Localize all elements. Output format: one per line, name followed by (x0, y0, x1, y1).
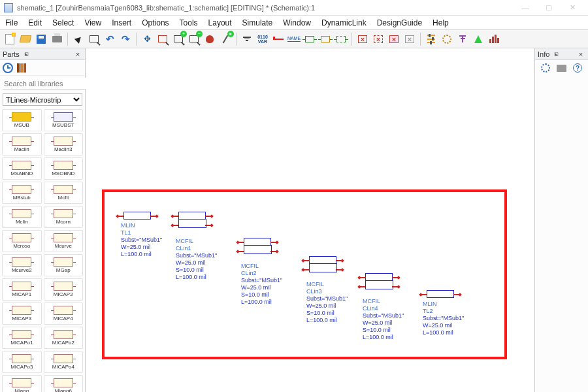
part-label: Maclin3 (54, 146, 73, 152)
toolbar: ↶ ↷ ✥ + − ▸ 0110VAR NAME × × × × (0, 30, 588, 48)
zoom-in-button[interactable]: + (171, 32, 186, 46)
var-button[interactable]: 0110VAR (255, 32, 270, 46)
part-micapo2[interactable]: MICAPo2 (44, 327, 84, 349)
part-mcurve2[interactable]: Mcurve2 (2, 254, 42, 276)
print-icon[interactable] (557, 65, 566, 72)
component-tl2[interactable]: MLINTL2Subst="MSub1"W=25.0 milL=100.0 mi… (427, 290, 454, 298)
part-glyph-icon (12, 257, 31, 267)
deactivate-d-button[interactable]: × (402, 32, 417, 46)
move-button[interactable]: ✥ (140, 32, 154, 46)
menu-layout[interactable]: Layout (203, 16, 237, 29)
part-mgap[interactable]: MGap (44, 254, 84, 276)
part-msubst[interactable]: MSUBST (44, 109, 84, 131)
library-select[interactable]: TLines-Microstrip (3, 93, 82, 106)
component-label: MCFILCLin3Subst="MSub1"W=25.0 milS=10.0 … (306, 281, 348, 324)
gear-icon[interactable] (541, 63, 550, 73)
part-mcroso[interactable]: Mcroso (2, 230, 42, 252)
wire-button[interactable] (271, 32, 286, 46)
results-button[interactable] (487, 32, 501, 46)
close-button[interactable]: ✕ (561, 1, 584, 14)
part-micapo3[interactable]: MICAPo3 (2, 351, 42, 373)
deactivate-c-button[interactable]: × (387, 32, 401, 46)
menu-help[interactable]: Help (427, 16, 454, 29)
history-icon[interactable] (3, 63, 13, 73)
close-panel-button[interactable]: × (576, 50, 585, 58)
part-glyph-icon (54, 257, 73, 267)
minimize-button[interactable]: — (514, 1, 537, 14)
component-clin4[interactable]: MCFILCLin4Subst="MSub1"W=25.0 milS=10.0 … (365, 273, 393, 281)
help-icon[interactable]: ? (573, 63, 582, 73)
symbol-button[interactable] (318, 32, 333, 46)
part-micapo1[interactable]: MICAPo1 (2, 327, 42, 349)
search-input[interactable] (3, 78, 95, 90)
schematic-canvas[interactable]: MLINTL1Subst="MSub1"W=25.0 milL=100.0 mi… (86, 48, 534, 392)
menu-view[interactable]: View (79, 16, 106, 29)
tune-button[interactable] (424, 32, 438, 46)
parts-toolbar (0, 60, 85, 76)
new-button[interactable] (3, 32, 17, 46)
part-micapo4[interactable]: MICAPo4 (44, 351, 84, 373)
pin-right-icon (336, 269, 342, 270)
menu-window[interactable]: Window (278, 16, 316, 29)
menu-simulate[interactable]: Simulate (237, 16, 278, 29)
go-button[interactable] (471, 32, 485, 46)
part-micap2[interactable]: MICAP2 (44, 278, 84, 301)
pin-icon[interactable]: ⬙ (21, 48, 33, 60)
menu-tools[interactable]: Tools (174, 16, 203, 29)
deactivate-a-button[interactable]: × (355, 32, 370, 46)
component-clin2[interactable]: MCFILCLin2Subst="MSub1"W=25.0 milS=10.0 … (244, 238, 271, 246)
menu-options[interactable]: Options (137, 16, 174, 29)
zoom-rect-button[interactable] (155, 32, 170, 46)
deactivate-b-button[interactable]: × (371, 32, 385, 46)
component-clin1[interactable]: MCFILCLin1Subst="MSub1"W=25.0 milS=10.0 … (178, 212, 206, 220)
component-button[interactable] (302, 32, 317, 46)
component-label: MCFILCLin2Subst="MSub1"W=25.0 milS=10.0 … (241, 263, 282, 306)
zoom-fit-button[interactable] (87, 32, 101, 46)
open-button[interactable] (18, 32, 33, 46)
part-mcurve[interactable]: Mcurve (44, 230, 84, 252)
part-glyph-icon (12, 137, 31, 146)
component-tl1[interactable]: MLINTL1Subst="MSub1"W=25.0 milL=100.0 mi… (123, 212, 151, 220)
menu-select[interactable]: Select (47, 16, 79, 29)
settings-button[interactable] (440, 32, 454, 46)
antenna-button[interactable] (455, 32, 470, 46)
name-button[interactable]: NAME (287, 32, 301, 46)
sim-button[interactable] (334, 32, 348, 46)
part-mcfil[interactable]: Mcfil (44, 182, 84, 204)
library-icon[interactable] (17, 63, 26, 73)
maximize-button[interactable]: ▢ (537, 1, 561, 14)
part-msobnd[interactable]: MSOBND (44, 157, 84, 180)
part-msub[interactable]: MSUB (2, 109, 42, 131)
part-maclin3[interactable]: Maclin3 (44, 133, 84, 155)
debug-button[interactable] (203, 32, 217, 46)
save-button[interactable] (34, 32, 48, 46)
component-clin3[interactable]: MCFILCLin3Subst="MSub1"W=25.0 milS=10.0 … (309, 256, 336, 264)
undo-button[interactable]: ↶ (103, 32, 117, 46)
part-micap4[interactable]: MICAP4 (44, 302, 84, 325)
new-icon (5, 34, 14, 44)
wand-button[interactable]: ▸ (218, 32, 233, 46)
redo-button[interactable]: ↷ (118, 32, 133, 46)
ground-button[interactable] (240, 32, 254, 46)
zoom-out-button[interactable]: − (187, 32, 201, 46)
part-msabnd[interactable]: MSABND (2, 157, 42, 180)
menu-dynamiclink[interactable]: DynamicLink (316, 16, 372, 29)
menu-insert[interactable]: Insert (106, 16, 137, 29)
part-mlang6[interactable]: Mlang6 (44, 375, 84, 392)
part-mcorn[interactable]: Mcorn (44, 206, 84, 228)
part-mlang[interactable]: Mlang (2, 375, 42, 392)
part-micap1[interactable]: MICAP1 (2, 278, 42, 301)
pin-icon[interactable]: ⬙ (551, 48, 563, 60)
symbol-icon (321, 36, 330, 42)
part-mbstub[interactable]: MBstub (2, 182, 42, 204)
menu-file[interactable]: File (0, 16, 23, 29)
menu-edit[interactable]: Edit (23, 16, 47, 29)
part-micap3[interactable]: MICAP3 (2, 302, 42, 325)
menu-designguide[interactable]: DesignGuide (372, 16, 427, 29)
select-button[interactable] (71, 32, 86, 46)
part-glyph-icon (12, 330, 31, 339)
part-maclin[interactable]: Maclin (2, 133, 42, 155)
part-mclin[interactable]: Mclin (2, 206, 42, 228)
print-button[interactable] (50, 32, 64, 46)
close-panel-button[interactable]: × (73, 50, 82, 58)
